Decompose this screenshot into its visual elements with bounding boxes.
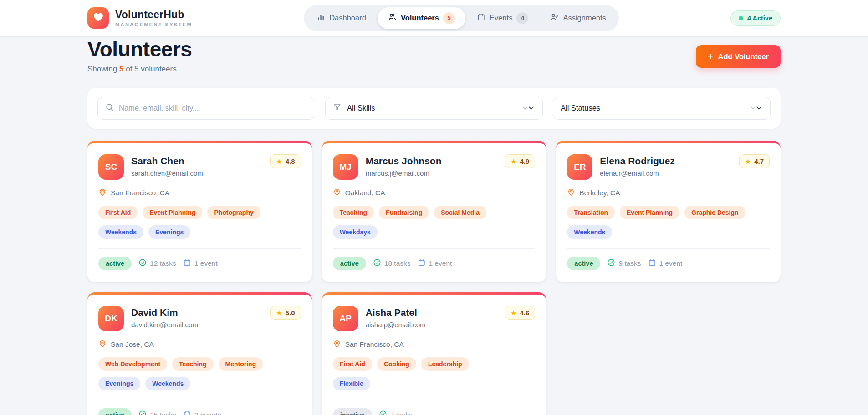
- events-count: 1 event: [429, 259, 452, 268]
- volunteer-card[interactable]: ER Elena Rodriguez elena.r@email.com ★ 4…: [556, 141, 781, 282]
- volunteer-email: aisha.p@email.com: [366, 321, 497, 329]
- skill-tag: Event Planning: [143, 206, 202, 219]
- volunteer-grid: SC Sarah Chen sarah.chen@email.com ★ 4.8…: [87, 141, 781, 415]
- availability-tag: Evenings: [98, 377, 140, 390]
- user-check-icon: [550, 13, 559, 23]
- calendar-icon: [477, 13, 485, 23]
- availability-tags: EveningsWeekends: [98, 377, 301, 390]
- rating-value: 4.6: [520, 309, 529, 317]
- filter-bar: All Skills All Statuses: [87, 88, 781, 129]
- rating-value: 4.8: [286, 157, 295, 165]
- check-circle-icon: [379, 410, 387, 415]
- card-footer: active 18 tasks 1 event: [333, 257, 536, 270]
- skill-tag: Teaching: [172, 357, 213, 371]
- showing-suffix: of 5 volunteers: [126, 65, 177, 73]
- events-count: 2 events: [194, 411, 221, 415]
- heart-icon: [93, 12, 104, 25]
- nav-tab-dashboard[interactable]: Dashboard: [306, 8, 377, 28]
- check-circle-icon: [138, 258, 147, 268]
- rating-value: 4.7: [754, 157, 764, 165]
- map-pin-icon: [98, 339, 107, 349]
- nav-tab-assignments[interactable]: Assignments: [540, 8, 616, 28]
- events-stat: 1 event: [418, 258, 452, 268]
- main-nav: Dashboard Volunteers 5 Events 4 Assignme…: [304, 5, 619, 31]
- volunteer-email: david.kim@email.com: [131, 321, 263, 329]
- search-input[interactable]: [119, 104, 307, 112]
- location-row: San Francisco, CA: [98, 188, 301, 198]
- status-badge: active: [98, 408, 132, 415]
- skills-filter-select[interactable]: All Skills: [325, 97, 543, 120]
- active-count-pill: 4 Active: [730, 10, 781, 26]
- card-footer: active 9 tasks 1 event: [567, 257, 770, 270]
- map-pin-icon: [98, 188, 107, 198]
- skill-tags: Web DevelopmentTeachingMentoring: [98, 357, 301, 371]
- star-icon: ★: [511, 309, 516, 316]
- volunteer-card-body: DK David Kim david.kim@email.com ★ 5.0 S…: [87, 295, 312, 415]
- add-volunteer-label: Add Volunteer: [718, 52, 769, 61]
- volunteer-card[interactable]: DK David Kim david.kim@email.com ★ 5.0 S…: [87, 292, 312, 415]
- page-head: Volunteers Showing 5 of 5 volunteers + A…: [87, 38, 781, 74]
- availability-tag: Weekends: [145, 377, 190, 390]
- availability-tags: WeekendsEvenings: [98, 225, 301, 239]
- volunteer-name: David Kim: [131, 307, 263, 318]
- star-icon: ★: [745, 158, 751, 165]
- avatar: MJ: [333, 154, 358, 180]
- location-row: Oakland, CA: [333, 188, 536, 198]
- volunteer-card-body: AP Aisha Patel aisha.p@email.com ★ 4.6 S…: [322, 295, 546, 415]
- card-header: SC Sarah Chen sarah.chen@email.com ★ 4.8: [98, 154, 301, 180]
- divider: [98, 248, 301, 249]
- rating-badge: ★ 4.6: [505, 306, 535, 320]
- card-footer: active 25 tasks 2 events: [98, 408, 301, 415]
- skill-tag: Mentoring: [219, 357, 263, 371]
- check-circle-icon: [138, 410, 147, 415]
- card-footer: active 12 tasks 1 event: [98, 257, 301, 270]
- divider: [98, 400, 301, 400]
- skill-tag: Graphic Design: [684, 206, 745, 219]
- availability-tags: Flexible: [333, 377, 536, 390]
- brand: VolunteerHub MANAGEMENT SYSTEM: [87, 7, 192, 29]
- volunteer-email: marcus.j@email.com: [366, 169, 497, 177]
- nav-tab-label: Events: [490, 14, 512, 22]
- nav-tab-volunteers[interactable]: Volunteers 5: [378, 7, 465, 29]
- volunteer-card-body: ER Elena Rodriguez elena.r@email.com ★ 4…: [556, 143, 781, 282]
- tasks-stat: 12 tasks: [138, 258, 176, 268]
- status-dot: [739, 16, 743, 20]
- tasks-count: 9 tasks: [618, 259, 641, 268]
- rating-value: 4.9: [520, 157, 529, 165]
- card-footer: inactive 7 tasks: [333, 408, 536, 415]
- avatar: AP: [333, 306, 358, 331]
- plus-icon: +: [708, 51, 713, 62]
- rating-badge: ★ 4.7: [739, 154, 770, 168]
- divider: [567, 248, 770, 249]
- filter-funnel-icon: [333, 103, 342, 113]
- volunteer-location: San Jose, CA: [111, 340, 154, 349]
- chevron-down-icon: [521, 104, 535, 112]
- skill-tag: Event Planning: [620, 206, 679, 219]
- nav-tab-events[interactable]: Events 4: [466, 7, 539, 29]
- status-badge: active: [567, 257, 600, 270]
- calendar-icon: [183, 258, 191, 268]
- location-row: Berkeley, CA: [567, 188, 770, 198]
- skill-tags: TeachingFundraisingSocial Media: [333, 206, 536, 219]
- volunteer-location: Berkeley, CA: [579, 189, 620, 197]
- volunteer-card[interactable]: SC Sarah Chen sarah.chen@email.com ★ 4.8…: [87, 141, 312, 282]
- tasks-stat: 9 tasks: [607, 258, 641, 268]
- volunteer-card-body: SC Sarah Chen sarah.chen@email.com ★ 4.8…: [87, 143, 312, 282]
- active-count-label: 4 Active: [747, 15, 772, 22]
- tasks-count: 25 tasks: [150, 411, 176, 415]
- skill-tag: Translation: [567, 206, 615, 219]
- card-header: DK David Kim david.kim@email.com ★ 5.0: [98, 306, 301, 331]
- skill-tag: Teaching: [333, 206, 374, 219]
- volunteer-card[interactable]: AP Aisha Patel aisha.p@email.com ★ 4.6 S…: [322, 292, 546, 415]
- location-row: San Francisco, CA: [333, 339, 536, 349]
- volunteer-card[interactable]: MJ Marcus Johnson marcus.j@email.com ★ 4…: [322, 141, 546, 282]
- star-icon: ★: [511, 158, 516, 165]
- tasks-count: 12 tasks: [150, 259, 176, 268]
- users-icon: [388, 13, 397, 23]
- page-head-left: Volunteers Showing 5 of 5 volunteers: [87, 38, 192, 74]
- add-volunteer-button[interactable]: + Add Volunteer: [696, 45, 781, 68]
- availability-tag: Weekdays: [333, 225, 378, 239]
- statuses-filter-select[interactable]: All Statuses: [553, 97, 771, 120]
- skill-tag: Photography: [207, 206, 260, 219]
- volunteers-count-badge: 5: [443, 12, 455, 24]
